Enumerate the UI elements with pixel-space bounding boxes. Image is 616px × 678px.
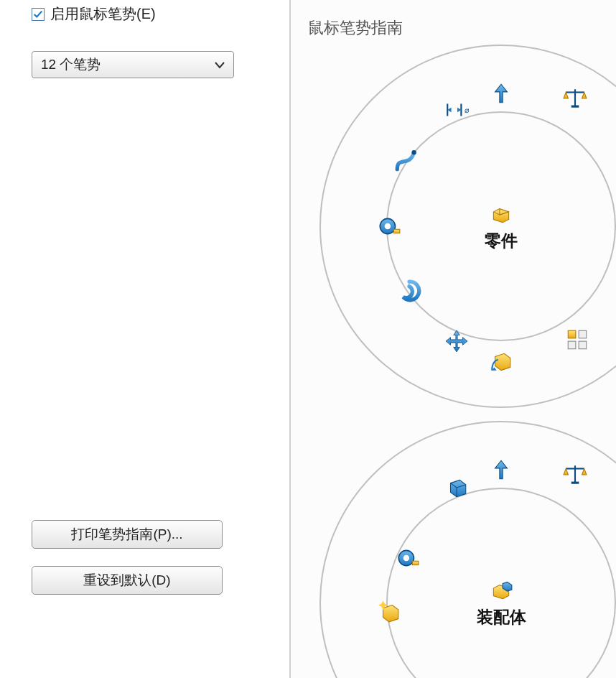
move-icon <box>444 329 469 353</box>
new-part-icon <box>377 599 401 623</box>
gesture-slot[interactable] <box>376 213 402 239</box>
balance-icon <box>563 463 587 487</box>
enable-gestures-label: 启用鼠标笔势(E) <box>50 4 156 24</box>
spiral-icon <box>397 279 421 303</box>
arrow-up-icon <box>489 458 513 482</box>
chevron-down-icon <box>215 57 225 73</box>
rotate-box-icon <box>489 350 513 375</box>
gesture-slot[interactable] <box>444 475 470 501</box>
gesture-slot[interactable] <box>562 85 588 111</box>
curve-icon <box>394 149 419 174</box>
gesture-slot[interactable] <box>444 328 470 354</box>
left-panel: 启用鼠标笔势(E) 12 个笔势 打印笔势指南(P)... 重设到默认(D) <box>0 0 291 678</box>
gesture-slot[interactable] <box>395 545 421 571</box>
dimension-icon <box>444 98 469 122</box>
grid-icon <box>565 328 589 352</box>
tape-icon <box>377 214 401 238</box>
enable-gestures-checkbox[interactable] <box>32 8 45 21</box>
gesture-guide-panel: 鼠标笔势指南 零件 <box>291 0 616 678</box>
gesture-count-value: 12 个笔势 <box>41 55 101 74</box>
gesture-slot[interactable] <box>393 149 419 175</box>
balance-icon <box>563 86 587 111</box>
part-icon <box>489 201 513 226</box>
cube-icon <box>444 475 469 500</box>
arrow-up-icon <box>489 81 513 106</box>
gesture-slot[interactable] <box>488 457 514 483</box>
assembly-icon <box>489 577 513 602</box>
gesture-count-dropdown[interactable]: 12 个笔势 <box>32 51 234 78</box>
tape-icon <box>396 546 420 570</box>
print-guide-button[interactable]: 打印笔势指南(P)... <box>32 520 223 549</box>
gesture-slot[interactable] <box>396 278 422 304</box>
wheel-assembly-label: 装配体 <box>477 606 526 628</box>
gesture-slot[interactable] <box>488 350 514 376</box>
gesture-slot[interactable] <box>488 80 514 106</box>
gesture-guide-title: 鼠标笔势指南 <box>308 17 403 39</box>
gesture-slot[interactable] <box>444 97 470 123</box>
wheel-part-label: 零件 <box>485 230 518 252</box>
gesture-slot[interactable] <box>376 598 402 624</box>
reset-defaults-button[interactable]: 重设到默认(D) <box>32 566 223 595</box>
gesture-wheel-assembly: 装配体 <box>319 421 616 678</box>
gesture-wheel-part: 零件 <box>319 45 616 408</box>
gesture-slot[interactable] <box>562 462 588 488</box>
gesture-slot[interactable] <box>564 327 590 353</box>
